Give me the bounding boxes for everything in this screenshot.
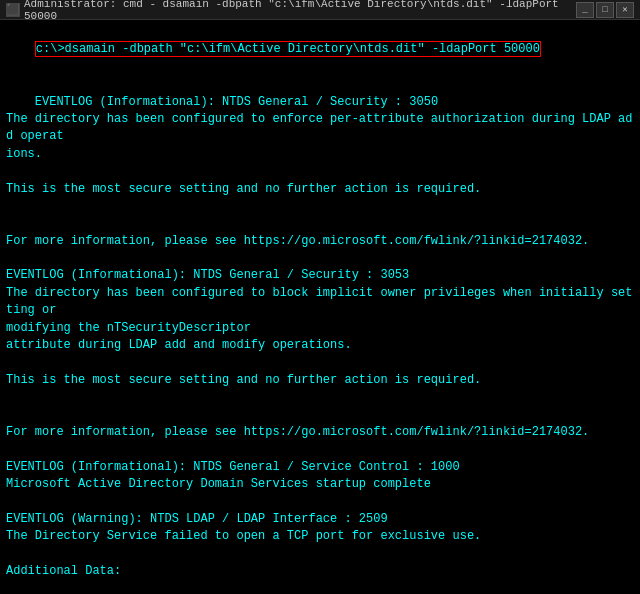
console-text: EVENTLOG (Informational): NTDS General /…	[6, 95, 633, 594]
window: ⬛ Administrator: cmd - dsamain -dbpath "…	[0, 0, 640, 594]
title-bar-left: ⬛ Administrator: cmd - dsamain -dbpath "…	[6, 0, 576, 22]
console-output: c:\>dsamain -dbpath "c:\ifm\Active Direc…	[0, 20, 640, 594]
title-bar-title: Administrator: cmd - dsamain -dbpath "c:…	[24, 0, 576, 22]
close-button[interactable]: ✕	[616, 2, 634, 18]
title-bar-controls[interactable]: _ □ ✕	[576, 2, 634, 18]
title-bar: ⬛ Administrator: cmd - dsamain -dbpath "…	[0, 0, 640, 20]
minimize-button[interactable]: _	[576, 2, 594, 18]
maximize-button[interactable]: □	[596, 2, 614, 18]
command-prompt: c:\>dsamain -dbpath "c:\ifm\Active Direc…	[35, 41, 541, 57]
title-bar-icon: ⬛	[6, 3, 20, 17]
